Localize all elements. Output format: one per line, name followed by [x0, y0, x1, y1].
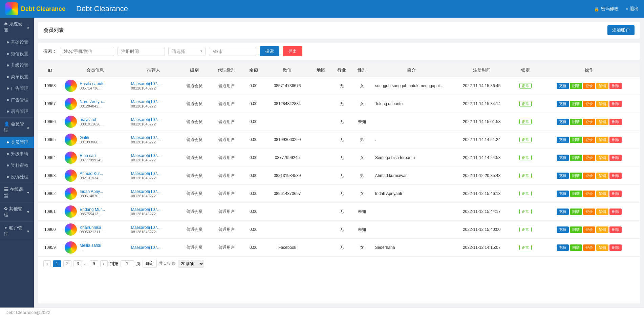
sidebar-item-upgrade-settings[interactable]: 升级设置 — [0, 60, 34, 71]
forbid-button[interactable]: 禁销 — [596, 119, 608, 125]
charge-button[interactable]: 充值 — [557, 137, 569, 143]
sidebar-item-ad-management2[interactable]: 广告管理 — [0, 94, 34, 106]
sidebar-item-upgrade-apply[interactable]: 升级申请 — [0, 148, 34, 160]
table-row: 10960 Khairunnisa 0895321211... Maesaroh… — [38, 221, 640, 239]
delete-button[interactable]: 删除 — [609, 209, 622, 215]
login-button[interactable]: 登录 — [583, 173, 595, 179]
sidebar-section-online-class-header[interactable]: ☰ 在线课堂 ▼ — [0, 183, 34, 202]
forbid-button[interactable]: 禁销 — [596, 101, 608, 107]
sidebar-section-member-header[interactable]: 👤 会员管理 ▲ — [0, 118, 34, 137]
avatar — [65, 241, 77, 254]
sidebar-item-lang-management[interactable]: 语言管理 — [0, 106, 34, 117]
login-button[interactable]: 登录 — [583, 83, 595, 89]
delete-button[interactable]: 删除 — [609, 137, 622, 143]
delete-button[interactable]: 删除 — [609, 191, 622, 197]
forbid-button[interactable]: 禁销 — [596, 226, 608, 233]
action-buttons: 充值 图谱 登录 禁销 删除 — [541, 209, 637, 215]
charge-button[interactable]: 充值 — [557, 226, 569, 233]
add-account-button[interactable]: 添加账户 — [607, 25, 635, 35]
member-phone: ... — [80, 248, 101, 252]
level-select[interactable]: 请选择 — [168, 47, 206, 56]
cell-region — [311, 167, 331, 185]
login-button[interactable]: 登录 — [583, 209, 595, 215]
qr-button[interactable]: 图谱 — [570, 226, 582, 233]
charge-button[interactable]: 充值 — [557, 155, 569, 161]
qr-button[interactable]: 图谱 — [570, 244, 582, 251]
delete-button[interactable]: 删除 — [609, 101, 622, 107]
page-confirm-button[interactable]: 确定 — [143, 260, 157, 268]
delete-button[interactable]: 删除 — [609, 155, 622, 161]
charge-button[interactable]: 充值 — [557, 119, 569, 125]
sidebar-item-member-list[interactable]: 会员管理 — [0, 137, 34, 148]
search-input[interactable] — [60, 47, 114, 56]
chevron-up-icon: ▲ — [26, 125, 30, 129]
cell-gender: 未知 — [352, 221, 372, 239]
login-button[interactable]: 登录 — [583, 226, 595, 233]
login-button[interactable]: 登录 — [583, 101, 595, 107]
qr-button[interactable]: 图谱 — [570, 191, 582, 197]
lock-icon: 🔒 — [594, 6, 599, 12]
forbid-button[interactable]: 禁销 — [596, 83, 608, 89]
forbid-button[interactable]: 禁销 — [596, 191, 608, 197]
logout-button[interactable]: ≡ 退出 — [625, 6, 639, 12]
qr-button[interactable]: 图谱 — [570, 137, 582, 143]
search-button[interactable]: 搜索 — [260, 46, 279, 56]
page-2-button[interactable]: 2 — [63, 260, 72, 267]
delete-button[interactable]: 删除 — [609, 244, 622, 251]
qr-button[interactable]: 图谱 — [570, 101, 582, 107]
per-page-select[interactable]: 20条/页 50条/页 100条/页 — [178, 260, 204, 268]
dot-icon — [7, 141, 9, 143]
charge-button[interactable]: 充值 — [557, 244, 569, 251]
sidebar-item-ad-management1[interactable]: 广告管理 — [0, 83, 34, 94]
login-button[interactable]: 登录 — [583, 191, 595, 197]
goto-input[interactable] — [121, 260, 134, 267]
page-9-button[interactable]: 9 — [90, 260, 98, 267]
forbid-button[interactable]: 禁销 — [596, 209, 608, 215]
cell-industry: 无 — [331, 113, 352, 131]
cell-referrer: Maesaroh(107... — [128, 239, 179, 257]
charge-button[interactable]: 充值 — [557, 191, 569, 197]
charge-button[interactable]: 充值 — [557, 83, 569, 89]
sidebar-item-data-review[interactable]: 资料审核 — [0, 160, 34, 171]
province-input[interactable] — [209, 47, 256, 56]
cell-referrer: Maesaroh(107... 081281846272 — [128, 95, 179, 113]
delete-button[interactable]: 删除 — [609, 173, 622, 179]
charge-button[interactable]: 充值 — [557, 209, 569, 215]
forbid-button[interactable]: 禁销 — [596, 155, 608, 161]
forbid-button[interactable]: 禁销 — [596, 137, 608, 143]
export-button[interactable]: 导出 — [283, 46, 302, 56]
delete-button[interactable]: 删除 — [609, 119, 622, 125]
status-badge: 正常 — [519, 137, 532, 142]
page-3-button[interactable]: 3 — [73, 260, 82, 267]
qr-button[interactable]: 图谱 — [570, 209, 582, 215]
sidebar-item-basic-settings[interactable]: 基础设置 — [0, 37, 34, 48]
page-prev-button[interactable]: ‹ — [43, 260, 51, 267]
qr-button[interactable]: 图谱 — [570, 173, 582, 179]
login-button[interactable]: 登录 — [583, 119, 595, 125]
password-change-button[interactable]: 🔒 密码修改 — [594, 6, 619, 12]
page-next-button[interactable]: › — [100, 260, 108, 267]
sidebar-item-complaint[interactable]: 投诉处理 — [0, 171, 34, 183]
login-button[interactable]: 登录 — [583, 244, 595, 251]
qr-button[interactable]: 图谱 — [570, 119, 582, 125]
charge-button[interactable]: 充值 — [557, 173, 569, 179]
qr-button[interactable]: 图谱 — [570, 155, 582, 161]
cell-agent-level: 普通用户 — [210, 239, 243, 257]
sidebar-section-account-header[interactable]: ✦ 账户管理 ▼ — [0, 222, 34, 241]
page-1-button[interactable]: 1 — [53, 260, 61, 267]
sidebar-section-system-header[interactable]: ✱ 系统设置 ▲ — [0, 18, 34, 37]
date-input[interactable] — [117, 47, 165, 56]
login-button[interactable]: 登录 — [583, 155, 595, 161]
forbid-button[interactable]: 禁销 — [596, 244, 608, 251]
sidebar-section-other-header[interactable]: ✿ 其他管理 ▼ — [0, 202, 34, 221]
sidebar-item-short-msg[interactable]: 短信设置 — [0, 48, 34, 60]
delete-button[interactable]: 删除 — [609, 83, 622, 89]
login-button[interactable]: 登录 — [583, 137, 595, 143]
cell-id: 10965 — [38, 131, 62, 149]
cell-wechat — [264, 221, 311, 239]
delete-button[interactable]: 删除 — [609, 226, 622, 233]
forbid-button[interactable]: 禁销 — [596, 173, 608, 179]
charge-button[interactable]: 充值 — [557, 101, 569, 107]
sidebar-item-menu-settings[interactable]: 菜单设置 — [0, 71, 34, 83]
qr-button[interactable]: 图谱 — [570, 83, 582, 89]
